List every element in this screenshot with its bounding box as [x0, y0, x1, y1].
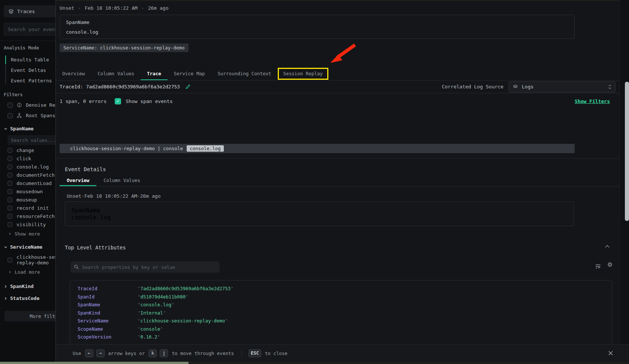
- filter-value-row[interactable]: documentFetch: [4, 172, 55, 178]
- group-servicename-label: ServiceName: [10, 244, 42, 250]
- denoise-checkbox[interactable]: [7, 103, 13, 108]
- edit-pencil-icon[interactable]: [185, 84, 191, 90]
- filter-value-row[interactable]: visibility: [4, 222, 55, 227]
- analysis-mode-event-patterns[interactable]: Event Patterns: [6, 77, 55, 85]
- event-details-tab-overview[interactable]: Overview: [60, 175, 96, 186]
- status-text: Unset: [60, 5, 74, 11]
- filter-value-row[interactable]: resourceFetch: [4, 213, 55, 219]
- scrollbar-track[interactable]: [619, 0, 629, 344]
- sidebar-divider: [0, 40, 55, 41]
- value-checkbox[interactable]: [7, 156, 12, 161]
- attributes-search[interactable]: [70, 261, 220, 273]
- filter-value-row[interactable]: mousedown: [4, 189, 55, 194]
- root-spans-checkbox[interactable]: [7, 113, 13, 118]
- value-checkbox[interactable]: [7, 164, 12, 169]
- value-checkbox[interactable]: [7, 197, 12, 202]
- kbd-arrow-right: →: [96, 349, 105, 357]
- spanname-show-more[interactable]: Show more: [4, 231, 55, 237]
- background-strip-left: [0, 362, 189, 364]
- field-value: console.log: [71, 214, 568, 221]
- filter-value-row[interactable]: click: [4, 156, 55, 161]
- tab-column-values[interactable]: Column Values: [91, 67, 141, 80]
- collapse-chevron-up-icon[interactable]: [604, 245, 610, 248]
- value-label: mouseup: [16, 197, 37, 203]
- value-checkbox[interactable]: [7, 148, 12, 153]
- attribute-row[interactable]: TraceId"7ad2ad8660c9d53969a6bf6a3e2d2753…: [78, 285, 612, 293]
- attribute-value: "7ad2ad8660c9d53969a6bf6a3e2d2753": [138, 286, 234, 291]
- analysis-mode-results-table[interactable]: Results Table: [6, 56, 55, 64]
- section-divider: [56, 158, 620, 159]
- value-checkbox[interactable]: [7, 181, 12, 186]
- wrap-lines-icon[interactable]: [595, 263, 601, 270]
- denoise-results-row[interactable]: Denoise Results: [4, 102, 55, 108]
- events-search-input[interactable]: [4, 23, 55, 36]
- value-checkbox[interactable]: [7, 222, 12, 227]
- attribute-row[interactable]: SpanKind"Internal": [78, 309, 612, 317]
- gear-icon[interactable]: ⚙: [607, 262, 613, 268]
- attribute-key: ServiceName: [78, 318, 138, 324]
- value-checkbox[interactable]: [7, 173, 12, 178]
- value-checkbox[interactable]: [7, 189, 12, 194]
- load-more-label: Load more: [15, 269, 40, 275]
- source-selector-traces[interactable]: Traces: [4, 5, 55, 17]
- spanname-field-box: SpanName console.log: [60, 15, 575, 39]
- keyboard-hints-footer: Use ← → arrow keys or k j to move throug…: [56, 344, 629, 362]
- group-servicename-header[interactable]: ServiceName: [4, 244, 55, 250]
- value-checkbox[interactable]: [7, 258, 12, 263]
- attribute-row[interactable]: SpanId"d51079d4eb11b080": [78, 293, 612, 301]
- analysis-mode-label: Analysis Mode: [4, 45, 55, 51]
- analysis-mode-event-deltas[interactable]: Event Deltas: [6, 66, 55, 74]
- event-details-title: Event Details: [65, 166, 106, 172]
- waterfall-span-bar[interactable]: clickhouse-session-replay-demo | console…: [60, 144, 575, 153]
- spanname-values-search-input[interactable]: [7, 135, 55, 145]
- chevron-right-icon: [4, 297, 7, 300]
- show-span-events-checkbox[interactable]: ✓: [115, 98, 121, 104]
- tab-service-map[interactable]: Service Map: [168, 67, 211, 80]
- correlated-log-source-label: Correlated Log Source: [442, 84, 503, 90]
- group-spanname-header[interactable]: SpanName: [4, 126, 55, 131]
- servicename-load-more[interactable]: Load more: [4, 269, 55, 275]
- event-details-tab-column-values[interactable]: Column Values: [96, 175, 147, 186]
- field-value: console.log: [66, 29, 568, 35]
- hint-text: to move through events: [172, 351, 234, 356]
- filter-value-row[interactable]: documentLoad: [4, 181, 55, 186]
- filter-value-row[interactable]: console.log: [4, 164, 55, 170]
- value-checkbox[interactable]: [7, 214, 12, 219]
- tab-session-replay[interactable]: Session Replay: [278, 68, 328, 80]
- field-label: SpanName: [66, 19, 568, 25]
- kbd-arrow-left: ←: [85, 349, 93, 357]
- kbd-j: j: [160, 349, 168, 357]
- waterfall-span-chip: console.log: [187, 145, 224, 152]
- tab-overview[interactable]: Overview: [56, 67, 91, 80]
- chevron-down-icon: [4, 127, 7, 131]
- root-spans-row[interactable]: Root Spans Only: [4, 113, 55, 118]
- more-filters-button[interactable]: More filters: [4, 311, 55, 321]
- background-page-strip: [0, 362, 629, 364]
- relative-time: 26m ago: [148, 5, 169, 11]
- close-icon[interactable]: [607, 350, 614, 357]
- field-label: SpanName: [71, 207, 568, 214]
- service-name-tag[interactable]: ServiceName: clickhouse-session-replay-d…: [60, 43, 189, 52]
- filter-value-row[interactable]: record init: [4, 205, 55, 211]
- event-side-panel: Unset·Feb 18 10:05:22 AM·26m ago SpanNam…: [55, 0, 629, 362]
- filter-value-row[interactable]: mouseup: [4, 197, 55, 203]
- log-source-select[interactable]: Logs: [509, 81, 616, 92]
- attribute-row[interactable]: ScopeName"console": [78, 325, 612, 333]
- attribute-row[interactable]: ServiceName"clickhouse-session-replay-de…: [78, 317, 612, 325]
- filter-value-row[interactable]: clickhouse-session-replay-demo: [4, 254, 55, 266]
- group-statuscode-header[interactable]: StatusCode: [4, 295, 55, 301]
- filter-value-row[interactable]: change: [4, 148, 55, 153]
- attributes-search-input[interactable]: [82, 264, 216, 270]
- log-source-value: Logs: [522, 84, 533, 90]
- tab-trace[interactable]: Trace: [141, 67, 168, 80]
- annotation-arrow-icon: [325, 42, 359, 65]
- attribute-row[interactable]: ScopeVersion"0.16.2": [78, 333, 612, 341]
- tab-surrounding-context[interactable]: Surrounding Context: [211, 67, 278, 80]
- span-summary-row: 1 span, 0 errors ✓ Show span events Show…: [56, 94, 620, 109]
- scrollbar-thumb[interactable]: [625, 82, 629, 221]
- attribute-row[interactable]: SpanName"console.log": [78, 301, 612, 309]
- source-label: Traces: [17, 9, 35, 14]
- group-spankind-header[interactable]: SpanKind: [4, 283, 55, 289]
- show-filters-link[interactable]: Show Filters: [575, 98, 610, 104]
- value-checkbox[interactable]: [7, 206, 12, 210]
